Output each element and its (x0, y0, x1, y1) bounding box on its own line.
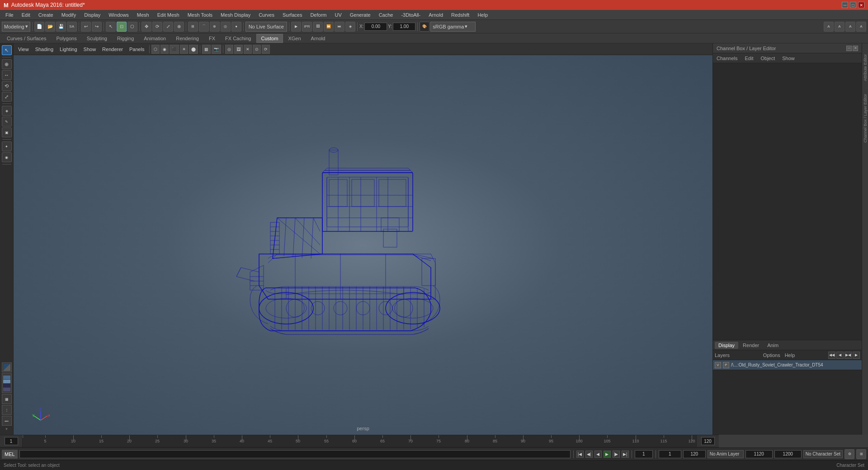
menu-item-display[interactable]: Display (80, 11, 104, 19)
play-back-btn[interactable]: ◀ (594, 451, 602, 458)
arnold-btn-3[interactable]: A (845, 22, 855, 32)
tab-animation[interactable]: Animation (139, 34, 171, 43)
menu-item-edit-mesh[interactable]: Edit Mesh (154, 11, 183, 19)
go-to-start-btn[interactable]: |◀ (576, 451, 584, 458)
layer-item[interactable]: V P /\...:Old_Rusty_Soviet_Crawler_Tract… (713, 360, 862, 370)
menu-item-cache[interactable]: Cache (375, 11, 397, 19)
menu-item-file[interactable]: File (2, 11, 17, 19)
scale-tool-button[interactable]: ⤢ (163, 22, 173, 32)
object-tab[interactable]: Object (759, 55, 777, 62)
grid-btn[interactable]: ▦ (2, 394, 12, 404)
select-tool-left[interactable]: ↖ (2, 45, 12, 55)
panel-collapse-btn[interactable]: ─ (846, 46, 852, 51)
vp-lighting-menu[interactable]: Lighting (57, 47, 80, 52)
vp-joint-btn[interactable]: ⊙ (253, 45, 261, 54)
layer-btn-3[interactable]: ▶◀ (844, 352, 852, 359)
no-live-surface-button[interactable]: No Live Surface (245, 22, 287, 32)
save-file-button[interactable]: 💾 (56, 22, 66, 32)
panel-close-btn[interactable]: ✕ (853, 46, 858, 51)
layers-options[interactable]: Options (763, 352, 780, 358)
menu-item-surfaces[interactable]: Surfaces (279, 11, 306, 19)
lasso-tool-button[interactable]: ⊡ (117, 22, 127, 32)
render-all-button[interactable]: ⏭ (335, 22, 344, 32)
ipr-button[interactable]: IPR (302, 22, 312, 32)
minimize-button[interactable]: ─ (842, 2, 848, 8)
menu-item-deform[interactable]: Deform (307, 11, 330, 19)
menu-item-uv[interactable]: UV (331, 11, 345, 19)
undo-button[interactable]: ↩ (81, 22, 91, 32)
layers-help[interactable]: Help (785, 352, 795, 358)
channel-box-label[interactable]: Channel Box / Layer Editor (863, 92, 868, 145)
menu-item-arnold[interactable]: Arnold (425, 11, 447, 19)
arnold-btn-2[interactable]: A (835, 22, 844, 32)
anim-layer-dropdown[interactable]: No Anim Layer (708, 450, 744, 458)
menu-item-create[interactable]: Create (35, 11, 57, 19)
paint-tool-button[interactable]: ⬡ (127, 22, 137, 32)
timeline-extra-btn[interactable]: ⊞ (856, 449, 866, 459)
layer-btn-2[interactable]: ◀ (836, 352, 844, 359)
render-tab[interactable]: Render (739, 342, 763, 349)
render-seq-button[interactable]: ⏩ (324, 22, 334, 32)
tab-curves---surfaces[interactable]: Curves / Surfaces (2, 34, 51, 43)
step-back-btn[interactable]: ◀| (585, 451, 593, 458)
layer-btn-1[interactable]: ◀◀ (828, 352, 835, 359)
redo-button[interactable]: ↪ (92, 22, 102, 32)
menu-item-help[interactable]: Help (474, 11, 491, 19)
viewport-3d[interactable]: persp X Y Z (14, 55, 712, 435)
snap-live-button[interactable]: ● (231, 22, 241, 32)
vp-cam-btn[interactable]: 📷 (212, 45, 221, 54)
current-frame-input[interactable] (635, 450, 653, 458)
tab-custom[interactable]: Custom (256, 34, 283, 43)
move-tool-button[interactable]: ✥ (142, 22, 151, 32)
arnold-btn-1[interactable]: A (824, 22, 834, 32)
menu-item-modify[interactable]: Modify (58, 11, 80, 19)
more-btn[interactable]: ••• (2, 416, 12, 426)
vp-smooth-btn[interactable]: ◉ (160, 45, 169, 54)
new-file-button[interactable]: 📄 (34, 22, 44, 32)
tab-sculpting[interactable]: Sculpting (82, 34, 112, 43)
menu-item-mesh-tools[interactable]: Mesh Tools (184, 11, 216, 19)
vp-view-menu[interactable]: View (15, 47, 32, 52)
vp-light-btn[interactable]: ☀ (180, 45, 188, 54)
paint-select-tool[interactable]: ⊕ (2, 59, 12, 69)
transform-tool[interactable]: ✦ (2, 141, 12, 151)
coord-y-input[interactable] (393, 23, 415, 31)
anim-tab[interactable]: Anim (764, 342, 782, 349)
render-button[interactable]: ▶ (291, 22, 301, 32)
vp-shading-menu[interactable]: Shading (33, 47, 56, 52)
snap-view-button[interactable]: ◎ (221, 22, 231, 32)
vp-wireframe-btn[interactable]: ⬡ (151, 45, 160, 54)
tab-fx[interactable]: FX (204, 34, 220, 43)
start-frame-input[interactable] (5, 437, 18, 445)
mel-tab[interactable]: MEL (2, 450, 18, 459)
coord-x-input[interactable] (364, 23, 387, 31)
vp-grid-btn[interactable]: ▦ (202, 45, 211, 54)
end-frame-input[interactable] (701, 437, 715, 445)
anim-frame-start[interactable] (745, 450, 773, 458)
tool-box[interactable] (2, 373, 12, 393)
vp-isolate-btn[interactable]: ◎ (225, 45, 233, 54)
layer-visibility-btn[interactable]: V (715, 362, 721, 368)
menu-item--3dtoall-[interactable]: -3DtoAll- (397, 11, 424, 19)
vp-texture-btn[interactable]: ⬛ (170, 45, 179, 54)
vp-image-plane-btn[interactable]: 🖼 (234, 45, 243, 54)
vp-refresh-btn[interactable]: ⟳ (262, 45, 270, 54)
edit-tab[interactable]: Edit (743, 55, 755, 62)
char-set-dropdown[interactable]: No Character Set (803, 450, 843, 458)
snap-grid-button[interactable]: ⊞ (188, 22, 198, 32)
frame-range-start[interactable] (659, 450, 681, 458)
tab-rigging[interactable]: Rigging (112, 34, 139, 43)
dots-btn[interactable]: ⋮ (2, 405, 12, 415)
tab-rendering[interactable]: Rendering (171, 34, 204, 43)
vp-show-menu[interactable]: Show (81, 47, 99, 52)
play-forward-btn[interactable]: ▶ (604, 451, 611, 458)
universal-tool-button[interactable]: ⊕ (174, 22, 184, 32)
step-forward-btn[interactable]: |▶ (613, 451, 620, 458)
polygon-tool[interactable]: ▣ (2, 127, 12, 137)
bottom-arrow[interactable]: ▼ (2, 427, 12, 431)
menu-item-generate[interactable]: Generate (346, 11, 374, 19)
menu-item-windows[interactable]: Windows (105, 11, 132, 19)
menu-item-edit[interactable]: Edit (18, 11, 34, 19)
display-tab[interactable]: Display (715, 342, 738, 349)
vp-panels-menu[interactable]: Panels (127, 47, 147, 52)
